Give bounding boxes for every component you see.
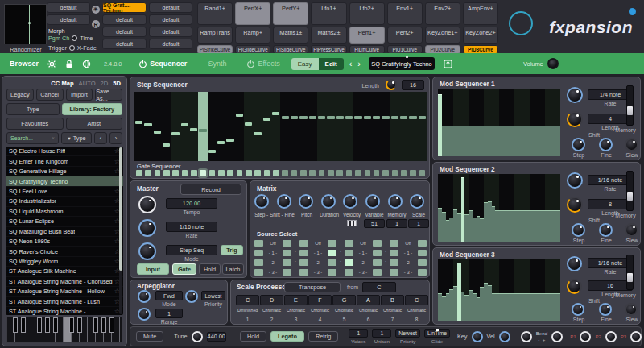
mod-source-Ramp+[interactable]: Ramp+ — [235, 27, 270, 44]
tune-knob[interactable] — [192, 331, 203, 342]
gate-step[interactable] — [264, 170, 270, 176]
next-page-button[interactable]: › — [109, 132, 122, 144]
mod-source-Lfo2±[interactable]: Lfo2± — [349, 2, 385, 25]
step-column[interactable] — [345, 92, 353, 161]
gear-icon[interactable] — [47, 60, 56, 68]
mod-source-Env1+[interactable]: Env1+ — [387, 2, 423, 25]
tab-effects[interactable]: Effects — [247, 60, 279, 68]
steal-priority-control[interactable]: NewestPriority — [395, 329, 420, 344]
source-cell[interactable] — [283, 250, 291, 256]
step-column[interactable] — [217, 92, 225, 161]
source-cell[interactable] — [299, 240, 308, 246]
matrix-knob-5[interactable] — [343, 194, 357, 209]
gate-step[interactable] — [237, 170, 243, 176]
gate-step[interactable] — [200, 170, 206, 176]
morph-slot[interactable]: default — [102, 39, 147, 49]
hold-button[interactable]: Hold — [240, 331, 266, 342]
prev-preset-arrow[interactable]: ‹ — [349, 59, 353, 68]
tune-value[interactable]: 440.00 — [207, 332, 226, 342]
source-cell[interactable] — [390, 259, 398, 266]
arp-priority-value[interactable]: Lowest — [201, 291, 225, 300]
scale-note-6[interactable]: A — [357, 295, 380, 305]
step-column[interactable] — [326, 92, 335, 161]
next-preset-arrow[interactable]: › — [357, 59, 361, 68]
matrix-scale-value[interactable]: 1 — [408, 219, 429, 228]
step-column[interactable] — [408, 92, 417, 161]
gate-step[interactable] — [365, 170, 371, 176]
matrix-knob-3[interactable] — [299, 194, 313, 209]
source-cell[interactable] — [345, 269, 353, 276]
source-cell[interactable] — [328, 259, 336, 266]
latch-button[interactable]: Latch — [222, 263, 244, 275]
source-cell[interactable] — [254, 259, 263, 266]
source-cell[interactable] — [299, 250, 308, 256]
scale-note-8[interactable]: C — [405, 295, 428, 305]
step-note[interactable] — [199, 129, 206, 132]
ms1-slew-knob[interactable] — [625, 138, 638, 151]
step-note[interactable] — [272, 112, 279, 115]
gate-step[interactable] — [410, 170, 416, 176]
ms2-step-knob[interactable] — [572, 223, 585, 237]
source-cell[interactable] — [283, 269, 291, 276]
source-cell[interactable] — [299, 259, 308, 266]
step-column[interactable] — [189, 92, 198, 161]
matrix-knob-4[interactable] — [321, 194, 336, 209]
step-note[interactable] — [208, 150, 216, 153]
mode-value[interactable]: Step Seq — [166, 245, 217, 255]
step-note[interactable] — [171, 132, 179, 135]
step-note[interactable] — [163, 143, 170, 147]
source-cell[interactable] — [328, 269, 336, 276]
browser-action-Import[interactable]: Import — [66, 89, 93, 101]
save-preset-icon[interactable] — [444, 60, 452, 68]
library-button[interactable]: Library: Factory — [62, 103, 122, 115]
gate-button[interactable]: Gate — [172, 263, 196, 275]
step-column[interactable] — [399, 92, 408, 161]
mod-source-PerfX+[interactable]: PerfX+ — [235, 2, 270, 25]
randomizer-xy-pad[interactable] — [4, 4, 47, 44]
source-cell[interactable] — [345, 240, 353, 246]
easy-button[interactable]: Easy — [291, 58, 319, 70]
preset-item[interactable]: SQ Lunar Eclipse☆ — [6, 217, 123, 226]
gate-step[interactable] — [319, 170, 325, 176]
time-radio[interactable] — [72, 35, 77, 41]
step-note[interactable] — [299, 116, 307, 119]
mod-source-KeyZone2+[interactable]: KeyZone2+ — [463, 27, 498, 44]
search-input[interactable]: Search... × — [6, 132, 59, 144]
source-cell[interactable] — [418, 240, 427, 246]
ms3-memory-slider[interactable] — [626, 255, 634, 290]
step-column[interactable] — [262, 92, 271, 161]
clear-search-icon[interactable]: × — [52, 135, 55, 141]
mod-source-Env2+[interactable]: Env2+ — [425, 2, 460, 25]
auto-button[interactable]: AUTO — [79, 80, 96, 87]
morph-slot[interactable]: default — [47, 2, 90, 13]
matrix-knob-6[interactable] — [365, 194, 380, 209]
step-column[interactable] — [281, 92, 290, 161]
step-note[interactable] — [226, 139, 233, 142]
gate-step[interactable] — [419, 170, 426, 176]
variable-value[interactable]: 51 — [364, 219, 385, 228]
step-column[interactable] — [353, 92, 362, 161]
step-note[interactable] — [263, 118, 270, 121]
unison-control[interactable]: 1Unison — [372, 329, 391, 344]
morph-r-icon[interactable]: R — [92, 20, 100, 28]
preset-item[interactable]: SQ Industrializator☆ — [6, 197, 123, 206]
step-column[interactable] — [235, 92, 244, 161]
step-column[interactable] — [134, 92, 143, 161]
cc-map-button[interactable]: CC Map — [51, 80, 73, 87]
ms3-fine-knob[interactable] — [599, 303, 612, 316]
step-column[interactable] — [271, 92, 280, 161]
source-cell[interactable] — [254, 250, 263, 256]
velocity-keyboard-icon[interactable] — [347, 220, 357, 226]
gate-step[interactable] — [309, 170, 316, 176]
mod-graph-2[interactable] — [438, 259, 560, 321]
morph-slot[interactable]: default — [149, 14, 192, 25]
matrix-knob-8[interactable] — [410, 194, 424, 209]
source-cell[interactable] — [418, 269, 427, 276]
gate-step[interactable] — [182, 170, 188, 176]
mod-source-Maths1±[interactable]: Maths1± — [273, 27, 308, 44]
gate-step[interactable] — [300, 170, 307, 176]
artist-button[interactable]: Artist — [66, 118, 123, 130]
piano-black-key[interactable] — [53, 317, 58, 333]
volume-knob[interactable] — [547, 58, 559, 69]
step-column[interactable] — [153, 92, 162, 161]
